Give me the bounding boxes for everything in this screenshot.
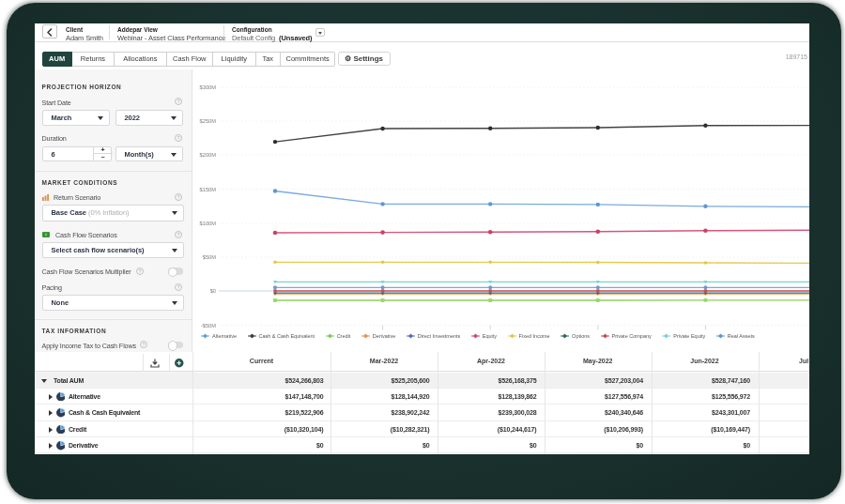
svg-text:$100M: $100M [200,221,217,226]
svg-text:$50M: $50M [203,254,216,260]
svg-text:$0: $0 [210,288,216,294]
svg-text:$300M: $300M [200,84,217,90]
svg-text:-$50M: -$50M [201,323,216,328]
svg-text:$200M: $200M [200,152,217,158]
svg-text:$150M: $150M [200,187,217,192]
svg-text:$250M: $250M [200,118,217,124]
